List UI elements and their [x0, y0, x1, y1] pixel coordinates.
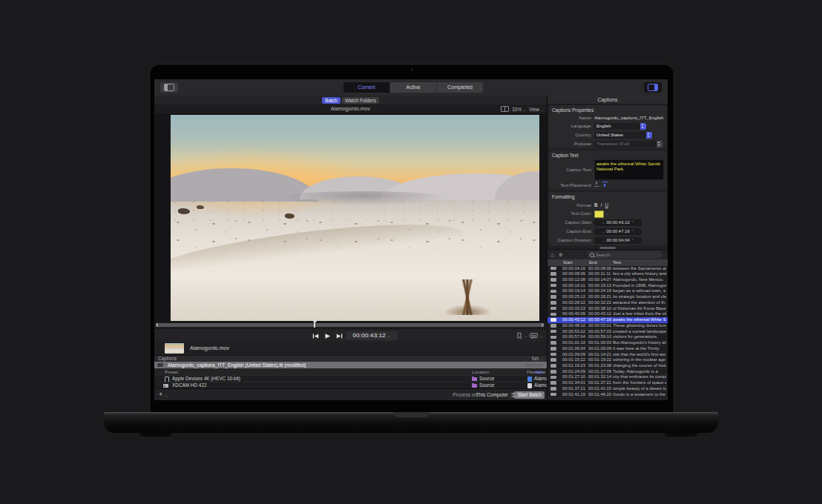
- add-item-button[interactable]: + ⌄: [159, 389, 168, 400]
- caption-warning-icon[interactable]: △: [550, 251, 554, 259]
- caption-row[interactable]: 00:01:15:22 00:01:19:22 ushering in the …: [548, 357, 668, 363]
- caption-text-input[interactable]: awaits the ethereal White Sands National…: [594, 159, 664, 180]
- caption-row[interactable]: 00:00:16:11 00:00:19:13 Founded in 1898,…: [548, 283, 668, 289]
- popup-arrows-icon: [640, 123, 646, 130]
- playhead[interactable]: [314, 321, 315, 328]
- caption-row[interactable]: 00:01:27:10 00:01:32:14 city that embrac…: [548, 374, 668, 380]
- search-field[interactable]: [588, 251, 662, 259]
- caption-row[interactable]: 00:01:24:09 00:01:27:09 Today, Alamogord…: [548, 369, 668, 375]
- underline-button[interactable]: U: [605, 202, 608, 208]
- preview-video: [171, 115, 539, 321]
- caption-start-cell: 00:01:37:21: [562, 386, 585, 391]
- caption-row[interactable]: 00:00:43:12 00:00:47:16 awaits the ether…: [548, 317, 668, 323]
- transport-bar: 00:00:43:12⌄ ⌄ ⌄: [154, 328, 547, 342]
- caption-start-cell: 00:00:43:12: [562, 317, 585, 322]
- placement-bottom-icon[interactable]: [594, 182, 599, 187]
- country-select[interactable]: United States: [594, 132, 652, 139]
- caption-text-cell: between the Sacramento an...: [613, 266, 666, 271]
- compare-view-icon[interactable]: [501, 106, 509, 112]
- view-segmented-control: Current Active Completed: [343, 82, 483, 93]
- italic-button[interactable]: I: [601, 202, 602, 208]
- caption-end-cell: 00:00:24:19: [588, 288, 611, 294]
- caption-start-stepper[interactable]: ⌄ 00:00:43:12 ⌃: [594, 219, 642, 226]
- start-batch-button[interactable]: Start Batch: [514, 391, 545, 399]
- scrubber-start-cap: [156, 323, 158, 327]
- section-title: Captions Properties: [552, 107, 594, 113]
- timeline-scrubber[interactable]: [154, 322, 547, 328]
- caption-row[interactable]: 00:00:28:22 00:00:32:22 attracted the at…: [548, 300, 668, 306]
- caption-bubble-icon: [550, 313, 556, 316]
- timecode-display[interactable]: 00:00:43:12⌄: [346, 331, 398, 340]
- remove-button[interactable]: Remove: [525, 362, 543, 368]
- caption-bubble-icon: [550, 364, 556, 368]
- tab-watch-folders[interactable]: Watch Folders: [342, 97, 379, 104]
- caption-row[interactable]: 00:00:25:12 00:00:28:21 its strategic lo…: [548, 294, 668, 300]
- tab-current[interactable]: Current: [343, 82, 389, 93]
- add-preset-button[interactable]: Add: [535, 368, 543, 375]
- search-icon: [590, 253, 594, 257]
- preset-row[interactable]: Apple Devices 4K (HEVC 10-bit) Source Al…: [154, 375, 547, 382]
- caption-row[interactable]: 00:01:34:01 00:01:37:21 from the frontie…: [548, 380, 668, 386]
- inspector-toggle-button[interactable]: [644, 82, 662, 93]
- caption-text-cell: began as a railroad town, a v...: [613, 288, 666, 294]
- zoom-level-dropdown[interactable]: 33% ⌄: [512, 107, 526, 112]
- language-select[interactable]: English: [594, 123, 646, 130]
- caption-row[interactable]: 00:00:33:23 00:00:38:10 of Holloman Air …: [548, 306, 668, 312]
- caption-file-row[interactable]: Alamogordo_captions_ITT_English (United …: [154, 362, 547, 368]
- view-dropdown[interactable]: View ⌄: [529, 107, 544, 112]
- chevron-down-icon[interactable]: ⌄: [605, 211, 608, 216]
- batch-item-row[interactable]: Alamogordo.mov: [154, 342, 547, 355]
- caption-row[interactable]: 00:00:40:05 00:00:43:12 Just a few miles…: [548, 311, 668, 317]
- caption-duration-stepper[interactable]: ⌄ 00:00:04:04 ⌃: [594, 237, 642, 244]
- set-dropdown[interactable]: Set ⌄: [532, 356, 543, 362]
- chevron-down-icon: ⌄: [541, 107, 544, 112]
- search-input[interactable]: [596, 251, 658, 259]
- caption-row[interactable]: 00:01:01:10 00:01:06:03 But Alamogordo's…: [548, 340, 668, 346]
- column-end[interactable]: End: [589, 259, 597, 266]
- tab-active[interactable]: Active: [389, 82, 436, 93]
- caption-row[interactable]: 00:00:48:10 00:00:53:01 These glistening…: [548, 323, 668, 329]
- caption-row[interactable]: 00:00:19:14 00:00:24:19 began as a railr…: [548, 288, 668, 294]
- tab-completed[interactable]: Completed: [436, 82, 483, 93]
- desktop-background: Current Active Completed Batch Watch Fol…: [0, 0, 822, 504]
- caption-start-cell: 00:01:15:22: [562, 357, 585, 362]
- preset-table-header: Preset Location Filename Add: [154, 368, 547, 375]
- marker-button[interactable]: [516, 329, 522, 342]
- play-button[interactable]: [324, 333, 331, 339]
- captions-overlay-button[interactable]: [530, 329, 538, 342]
- caption-row[interactable]: 00:00:57:04 00:00:59:10 visitors for gen…: [548, 334, 668, 340]
- column-start[interactable]: Start: [563, 259, 573, 266]
- previous-frame-button[interactable]: [312, 333, 319, 339]
- scrubber-track[interactable]: [156, 323, 544, 327]
- caption-bubble-icon: [550, 353, 556, 357]
- caption-row[interactable]: 00:00:08:06 00:00:11:11 lies a city wher…: [548, 271, 668, 277]
- caption-row[interactable]: 00:01:09:09 00:01:14:21 site that the wo…: [548, 352, 668, 358]
- caption-end-stepper[interactable]: ⌄ 00:00:47:16 ⌃: [594, 228, 642, 235]
- sidebar-toggle-button[interactable]: [160, 82, 178, 93]
- tab-batch[interactable]: Batch: [322, 97, 341, 104]
- caption-row[interactable]: 00:01:06:04 00:01:09:09 It was here at t…: [548, 346, 668, 352]
- placement-top-icon[interactable]: [602, 182, 608, 187]
- caption-end-cell: 00:00:57:03: [588, 329, 611, 334]
- caption-start-cell: 00:00:04:16: [562, 266, 585, 271]
- column-text[interactable]: Text: [613, 259, 621, 266]
- captions-table-body: 00:00:04:16 00:00:08:06 between the Sacr…: [548, 266, 668, 398]
- caption-row[interactable]: 00:00:12:08 00:00:14:07 Alamogordo, New …: [548, 277, 668, 283]
- bold-button[interactable]: B: [594, 202, 598, 208]
- caption-end-cell: 00:00:59:10: [588, 334, 611, 339]
- caption-row[interactable]: 00:01:41:15 00:01:46:20 Gordo is a testa…: [548, 392, 668, 398]
- next-frame-button[interactable]: [336, 333, 343, 339]
- caption-row[interactable]: 00:00:04:16 00:00:08:06 between the Sacr…: [548, 266, 668, 272]
- caption-end-cell: 00:01:06:03: [588, 340, 611, 345]
- section-title: Formatting: [552, 194, 575, 199]
- text-color-swatch[interactable]: [594, 210, 604, 218]
- caption-row[interactable]: 00:01:37:21 00:01:41:15 simple beauty of…: [548, 386, 668, 392]
- caption-row[interactable]: 00:01:19:23 00:01:23:08 changing the cou…: [548, 363, 668, 369]
- caption-row[interactable]: 00:00:53:22 00:00:57:03 created a surrea…: [548, 329, 668, 335]
- preset-row[interactable]: XDCAM HD 422 Source Alamogordo-XDCAM HD …: [154, 382, 547, 388]
- caption-bubble-icon: [550, 290, 556, 294]
- preset-location: Source: [479, 382, 494, 388]
- caption-bubble-icon: [550, 336, 556, 339]
- add-caption-icon[interactable]: ⊕: [559, 251, 563, 259]
- caption-text-cell: Gordo is a testament to the...: [613, 392, 666, 397]
